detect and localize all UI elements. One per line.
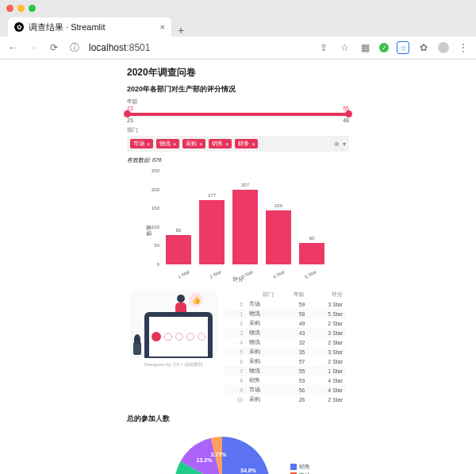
url-text[interactable]: localhost:8501 [89,42,150,53]
chip-market[interactable]: 市场× [130,139,153,148]
table-row: 6采购572 Star [224,356,346,366]
reload-icon[interactable]: ⟳ [48,42,60,53]
extension-green-icon[interactable]: ✓ [379,43,389,52]
section-title: 2020年各部门对生产部的评分情况 [127,84,349,94]
chip-finance[interactable]: 财务× [235,139,258,148]
window-titlebar [0,0,476,16]
rating-bar-chart: 数量 250 200 150 100 50 0 8217720715060 1 … [147,171,329,282]
y-tick: 0 [157,262,159,267]
page-viewport[interactable]: 2020年调查问卷 2020年各部门对生产部的评分情况 年龄 23 55 23 … [0,60,476,474]
tab-title: 调查结果 · Streamlit [29,21,106,33]
tab-strip: ✿ 调查结果 · Streamlit × + [0,16,476,37]
streamlit-favicon-icon: ✿ [14,22,24,32]
like-bubble-icon: 👍 [189,293,203,307]
y-tick: 50 [154,243,159,248]
chip-sales[interactable]: 销售× [209,139,232,148]
plant-icon [133,342,141,355]
age-label: 年龄 [127,98,349,106]
profile-avatar-icon[interactable] [438,42,449,53]
dept-multiselect[interactable]: 市场× 物流× 采购× 销售× 财务× ⊗ ▾ [127,136,349,152]
svg-text:13.2%: 13.2% [196,457,213,463]
x-axis-title: 评分 [147,276,329,283]
valid-count: 有效数据: 676 [127,156,349,164]
table-row: 7物流551 Star [224,366,346,376]
chip-purchase[interactable]: 采购× [182,139,205,148]
pie-title: 总的参加人数 [127,414,349,424]
table-row: 4物流322 Star [224,337,346,347]
table-row: 1物流585 Star [224,309,346,318]
bar: 150 [266,210,291,264]
close-icon[interactable]: × [173,141,176,147]
site-info-icon[interactable]: ⓘ [68,41,81,55]
y-tick: 100 [152,225,159,229]
browser-tab[interactable]: ✿ 调查结果 · Streamlit × [8,17,171,37]
legend-item: 销售 [290,463,310,471]
extension-squares-icon[interactable]: ▦ [359,42,371,53]
bar: 177 [199,200,225,264]
table-row: 5采购353 Star [224,347,346,356]
svg-text:3.77%: 3.77% [210,452,227,457]
new-tab-button[interactable]: + [171,24,190,37]
page-title: 2020年调查问卷 [127,66,349,79]
forward-icon: → [27,42,40,53]
slider-knob-right[interactable] [345,110,352,118]
clear-all-icon[interactable]: ⊗ [334,141,340,148]
age-slider[interactable] [127,113,349,116]
sample-table: 部门年龄评分 0市场593 Star1物流585 Star2采购492 Star… [224,290,346,404]
slider-endpoints: 23 55 [127,106,349,111]
chip-logistics[interactable]: 物流× [156,139,179,148]
table-row: 10采购262 Star [224,395,346,404]
slider-right-value: 48 [343,118,349,123]
tablet-icon [144,312,213,358]
bar: 207 [232,190,258,264]
table-row: 8销售534 Star [224,376,346,385]
kebab-menu-icon[interactable]: ⋮ [457,42,470,53]
dept-label: 部门 [127,126,349,134]
illustration-caption: Designed by 小F / 法纳斯特 [130,361,217,368]
slider-left-value: 23 [127,118,133,123]
bar: 82 [166,235,191,264]
share-icon[interactable]: ⇪ [317,42,330,53]
close-icon[interactable]: × [225,141,228,147]
address-bar: ← → ⟳ ⓘ localhost:8501 ⇪ ☆ ▦ ✓ ☆ ✿ ⋮ [0,37,476,60]
y-tick: 250 [152,168,159,173]
table-row: 9市场564 Star [224,385,346,395]
bar: 60 [299,243,324,264]
close-icon[interactable]: × [199,141,202,147]
svg-text:34.8%: 34.8% [240,468,257,473]
illustration: 👍 Designed by 小F / 法纳斯特 [130,290,217,404]
window-zoom-icon[interactable] [29,5,36,12]
y-tick: 200 [152,187,159,192]
window-minimize-icon[interactable] [17,5,25,12]
slider-knob-left[interactable] [124,110,131,118]
y-tick: 150 [152,206,159,210]
participants-pie-chart: 34.8%21.2%27%13.2%3.77% [167,429,278,474]
table-row: 0市场593 Star [224,299,346,309]
pie-legend: 销售市场物流财务采购 [290,462,310,474]
table-row: 2采购492 Star [224,318,346,328]
extensions-puzzle-icon[interactable]: ✿ [417,42,430,53]
close-icon[interactable]: × [251,141,255,147]
window-close-icon[interactable] [6,5,13,12]
dropdown-caret-icon[interactable]: ▾ [343,141,346,148]
table-row: 3物流433 Star [224,328,346,337]
extension-blue-icon[interactable]: ☆ [397,41,409,54]
bookmark-icon[interactable]: ☆ [338,42,351,53]
close-tab-icon[interactable]: × [160,22,165,32]
back-icon[interactable]: ← [6,42,19,53]
close-icon[interactable]: × [147,141,150,147]
